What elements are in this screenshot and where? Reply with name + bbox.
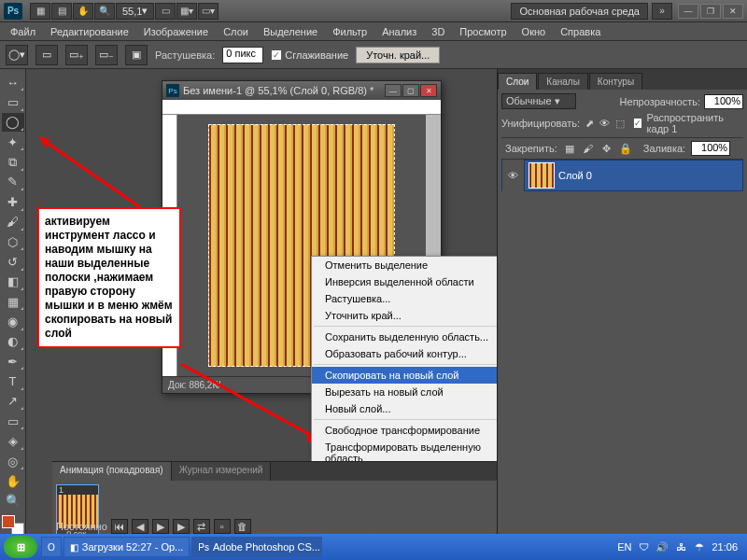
feather-input[interactable]: 0 пикс: [222, 47, 263, 63]
3d-tool-icon[interactable]: ◈: [2, 431, 24, 450]
workspace-switcher[interactable]: Основная рабочая среда: [511, 3, 648, 20]
history-icon[interactable]: ▤: [51, 3, 72, 20]
menu-3d[interactable]: 3D: [425, 24, 451, 39]
fill-input[interactable]: 100%: [691, 141, 730, 156]
lasso-tool-icon[interactable]: ◯: [2, 113, 24, 132]
menu-filter[interactable]: Фильтр: [326, 24, 374, 39]
selection-new-icon[interactable]: ▭: [35, 45, 58, 65]
path-tool-icon[interactable]: ↗: [2, 392, 24, 411]
document-titlebar[interactable]: Ps Без имени-1 @ 55,1% (Слой 0, RGB/8) *…: [162, 81, 441, 100]
crop-tool-icon[interactable]: ⧉: [2, 152, 24, 171]
opacity-input[interactable]: 100%: [704, 94, 743, 109]
hand-icon[interactable]: ✋: [73, 3, 93, 20]
tray-avira-icon[interactable]: ☂: [693, 540, 706, 553]
zoom-icon[interactable]: 🔍: [2, 492, 24, 511]
next-frame-icon[interactable]: ▶: [173, 519, 190, 534]
taskbar-item[interactable]: Ps Adobe Photoshop CS...: [191, 537, 322, 557]
loop-selector[interactable]: Постоянно: [56, 521, 107, 532]
view-extras-icon[interactable]: ▭: [155, 3, 176, 20]
lasso-tool-preset-icon[interactable]: ◯▾: [6, 45, 28, 65]
propagate-checkbox[interactable]: ✓: [633, 118, 643, 129]
menu-view[interactable]: Просмотр: [453, 24, 513, 39]
tab-animation[interactable]: Анимация (покадровая): [52, 462, 172, 481]
cm-feather[interactable]: Растушевка...: [312, 290, 497, 307]
cm-make-workpath[interactable]: Образовать рабочий контур...: [312, 345, 497, 362]
unify-style-icon[interactable]: ⬚: [613, 117, 625, 130]
prev-frame-icon[interactable]: ◀: [132, 519, 148, 534]
cm-save-selection[interactable]: Сохранить выделенную область...: [312, 329, 497, 345]
doc-maximize-icon[interactable]: ▢: [402, 84, 419, 97]
refine-edge-button[interactable]: Уточн. край...: [356, 47, 440, 63]
tween-icon[interactable]: ⇄: [193, 519, 210, 534]
eraser-tool-icon[interactable]: ◧: [2, 273, 24, 291]
tray-volume-icon[interactable]: 🔊: [655, 540, 669, 553]
cm-copy-to-new-layer[interactable]: Скопировать на новый слой: [312, 367, 497, 384]
doc-close-icon[interactable]: ✕: [420, 84, 437, 97]
menu-analysis[interactable]: Анализ: [375, 24, 423, 39]
wand-tool-icon[interactable]: ✦: [2, 133, 24, 151]
tab-layers[interactable]: Слои: [498, 73, 537, 90]
antialias-checkbox[interactable]: ✓Сглаживание: [271, 49, 348, 61]
bridge-icon[interactable]: ▦: [30, 3, 50, 20]
3d-camera-icon[interactable]: ◎: [2, 452, 24, 470]
eyedropper-tool-icon[interactable]: ✎: [2, 173, 24, 191]
start-button-icon[interactable]: ⊞: [4, 536, 37, 558]
marquee-tool-icon[interactable]: ▭: [2, 92, 24, 111]
stamp-tool-icon[interactable]: ⬡: [2, 232, 24, 251]
zoom-level[interactable]: 55,1 ▾: [116, 3, 154, 20]
duplicate-frame-icon[interactable]: ▫: [214, 519, 231, 534]
hand-tool-icon[interactable]: ✋: [2, 471, 24, 490]
layer-row[interactable]: 👁 Слой 0: [501, 160, 743, 191]
heal-tool-icon[interactable]: ✚: [2, 192, 24, 211]
zoom-tool-icon[interactable]: 🔍: [94, 3, 115, 20]
history-brush-icon[interactable]: ↺: [2, 252, 24, 271]
cm-free-transform[interactable]: Свободное трансформирование: [312, 422, 497, 439]
layer-name[interactable]: Слой 0: [558, 170, 592, 181]
lock-pixels-icon[interactable]: 🖌: [582, 142, 595, 155]
clock[interactable]: 21:06: [712, 541, 738, 553]
layer-visibility-icon[interactable]: 👁: [502, 160, 525, 191]
blur-tool-icon[interactable]: ◉: [2, 312, 24, 330]
play-icon[interactable]: ▶: [152, 519, 169, 534]
menu-help[interactable]: Справка: [554, 24, 607, 39]
brush-tool-icon[interactable]: 🖌: [2, 213, 24, 231]
taskbar-item[interactable]: ◧ Загрузки 52:27 - Op...: [63, 537, 190, 557]
unify-position-icon[interactable]: ⬈: [584, 117, 595, 130]
lock-transparency-icon[interactable]: ▦: [563, 142, 576, 155]
language-indicator[interactable]: EN: [617, 541, 631, 553]
shape-tool-icon[interactable]: ▭: [2, 412, 24, 430]
arrange-icon[interactable]: ▦▾: [176, 3, 197, 20]
selection-add-icon[interactable]: ▭₊: [65, 45, 88, 65]
pen-tool-icon[interactable]: ✒: [2, 352, 24, 371]
tray-network-icon[interactable]: 🖧: [674, 540, 687, 553]
window-maximize-icon[interactable]: ❐: [700, 4, 721, 19]
menu-window[interactable]: Окно: [515, 24, 553, 39]
lock-position-icon[interactable]: ✥: [600, 142, 613, 155]
menu-select[interactable]: Выделение: [257, 24, 324, 39]
menu-image[interactable]: Изображение: [137, 24, 215, 39]
workspace-more-icon[interactable]: »: [652, 3, 672, 20]
doc-minimize-icon[interactable]: —: [385, 84, 402, 97]
unify-visibility-icon[interactable]: 👁: [599, 117, 610, 130]
color-swatches[interactable]: [2, 515, 24, 536]
selection-intersect-icon[interactable]: ▣: [125, 45, 148, 65]
delete-frame-icon[interactable]: 🗑: [234, 519, 251, 534]
cm-cut-to-new-layer[interactable]: Вырезать на новый слой: [312, 384, 497, 400]
cm-inverse[interactable]: Инверсия выделенной области: [312, 273, 497, 290]
window-minimize-icon[interactable]: —: [678, 4, 698, 19]
tab-paths[interactable]: Контуры: [589, 73, 642, 90]
move-tool-icon[interactable]: ↔: [2, 73, 24, 91]
tab-measurements[interactable]: Журнал измерений: [172, 462, 272, 481]
quicklaunch-opera-icon[interactable]: O: [41, 537, 62, 557]
tab-channels[interactable]: Каналы: [538, 73, 588, 90]
menu-edit[interactable]: Редактирование: [44, 24, 135, 39]
menu-layers[interactable]: Слои: [217, 24, 255, 39]
selection-subtract-icon[interactable]: ▭₋: [95, 45, 118, 65]
tray-shield-icon[interactable]: 🛡: [637, 540, 650, 553]
blend-mode-select[interactable]: Обычные ▾: [501, 93, 576, 109]
foreground-color-icon[interactable]: [2, 515, 15, 528]
type-tool-icon[interactable]: T: [2, 371, 24, 390]
first-frame-icon[interactable]: ⏮: [111, 519, 128, 534]
cm-refine[interactable]: Уточнить край...: [312, 307, 497, 324]
cm-deselect[interactable]: Отменить выделение: [312, 257, 497, 273]
